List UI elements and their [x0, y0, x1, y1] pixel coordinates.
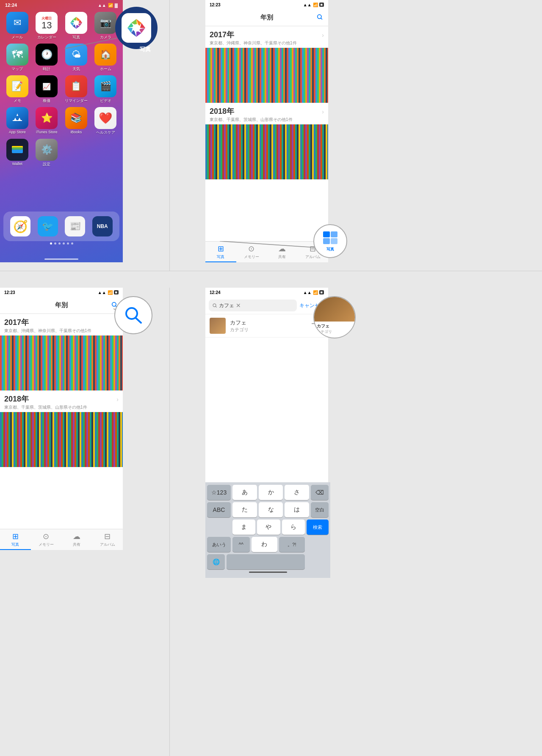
ios-keyboard: ☆123 あ か さ ⌫ ABC た な は 空白 ま や ら 検索 あいう ^…	[205, 482, 330, 578]
page-dots	[0, 242, 123, 245]
kb-key-ha[interactable]: は	[285, 502, 309, 517]
svg-line-11	[321, 18, 322, 19]
kb-key-aiue[interactable]: あいう	[207, 537, 231, 552]
year-section-2017b: 2017年 › 東京都、沖縄県、神奈川県、千葉県その他1件	[0, 314, 123, 335]
kb-key-spacebar[interactable]	[227, 554, 305, 569]
home-indicator	[44, 258, 78, 260]
app-clock[interactable]: 🕐 時計	[34, 44, 60, 72]
dock: 🧭 🐦 📰 NBA	[3, 212, 119, 241]
kb-row-4: あいう ^^ わ 。?!	[207, 537, 329, 552]
kb-key-fn123[interactable]: ☆123	[207, 485, 231, 500]
app-appstore[interactable]: App Store	[4, 107, 30, 135]
result-sub-cafe: カテゴリ	[230, 327, 312, 333]
photos-year-screen: 12:23 ▲▲📶■ 年別 2017年 › 東京都、沖縄県、神奈川県、千葉県その…	[205, 0, 328, 262]
dock-news[interactable]: 📰	[65, 216, 85, 236]
search-button-2[interactable]	[316, 14, 323, 22]
status-bar-1: 12:24 ▲▲ 📶 ▓	[0, 0, 123, 8]
svg-point-8	[133, 24, 140, 32]
kb-key-ma[interactable]: ま	[232, 520, 255, 535]
svg-line-23	[216, 306, 217, 308]
svg-line-16	[220, 241, 315, 247]
result-title-cafe: カフェ	[230, 319, 312, 327]
app-video[interactable]: 🎬 ビデオ	[93, 75, 119, 104]
kb-key-a[interactable]: あ	[232, 485, 257, 500]
kb-key-delete[interactable]: ⌫	[311, 485, 329, 500]
kb-key-hat[interactable]: ^^	[232, 537, 250, 552]
time-1: 12:24	[5, 3, 17, 8]
app-wallet[interactable]: Wallet	[4, 139, 30, 167]
photos-app-circle	[115, 7, 158, 49]
status-bar-3: 12:23 ▲▲📶■	[0, 288, 123, 297]
kb-key-ya[interactable]: や	[257, 520, 280, 535]
tab-photos-3[interactable]: ⊞ 写真	[0, 529, 31, 550]
kb-key-ta[interactable]: た	[232, 502, 257, 517]
search-clear-button[interactable]: ✕	[236, 302, 241, 309]
dock-nba[interactable]: NBA	[92, 216, 113, 236]
kb-key-space-jp[interactable]: 空白	[311, 502, 329, 517]
kb-key-abc[interactable]: ABC	[207, 502, 231, 517]
app-calendar[interactable]: 火曜日 13 カレンダー	[34, 12, 60, 40]
photo-mosaic-2018	[205, 124, 328, 179]
kb-key-ka[interactable]: か	[259, 485, 283, 500]
kb-key-wa[interactable]: わ	[252, 537, 277, 552]
signal-icon: ▲▲	[98, 3, 106, 8]
time-2: 12:23	[210, 3, 221, 7]
kb-key-ra[interactable]: ら	[282, 520, 305, 535]
search-results-list: カフェ カテゴリ 21 ›	[205, 314, 328, 338]
app-notes[interactable]: 📝 メモ	[4, 75, 30, 104]
app-stocks[interactable]: 📈 株価	[34, 75, 60, 104]
app-ibooks[interactable]: 📚 iBooks	[63, 107, 89, 135]
kb-row-3: ま や ら 検索	[207, 520, 329, 535]
photo-mosaic-2017	[205, 48, 328, 103]
tab-memories-3[interactable]: ⊙ メモリー	[31, 529, 62, 550]
search-bar-4: カフェ ✕ キャンセル	[205, 297, 328, 314]
result-info-cafe: カフェ カテゴリ	[230, 319, 312, 333]
battery-icon: ▓	[115, 3, 118, 8]
kb-key-search[interactable]: 検索	[307, 520, 329, 535]
app-mail[interactable]: ✉ メール	[4, 12, 30, 40]
search-input-box[interactable]: カフェ ✕	[209, 300, 297, 311]
nav-bar-2: 年別	[205, 9, 328, 26]
svg-rect-2	[13, 120, 22, 121]
kb-key-sa[interactable]: さ	[285, 485, 309, 500]
nav-title-2: 年別	[260, 14, 273, 22]
tab-bar-3: ⊞ 写真 ⊙ メモリー ☁ 共有 ⊟ アルバム	[0, 529, 123, 550]
year-title-2018: 2018年	[210, 106, 234, 116]
tab-album-3[interactable]: ⊟ アルバム	[92, 529, 123, 550]
svg-rect-6	[12, 147, 23, 150]
app-settings[interactable]: ⚙️ 設定	[34, 139, 60, 167]
year-section-2018: 2018年 › 東京都、千葉県、茨城県、山形県その他1件	[205, 103, 328, 124]
app-reminders[interactable]: 📋 リマインダー	[63, 75, 89, 104]
app-maps[interactable]: 🗺 マップ	[4, 44, 30, 72]
svg-rect-12	[323, 231, 330, 237]
status-bar-2: 12:23 ▲▲📶■	[205, 0, 328, 9]
kb-key-globe[interactable]: 🌐	[207, 554, 225, 569]
svg-rect-14	[323, 238, 330, 244]
app-health[interactable]: ❤️ ヘルスケア	[93, 107, 119, 135]
search-magnifier-circle	[114, 296, 152, 334]
result-thumb-cafe	[210, 318, 226, 334]
nav-title-3: 年別	[55, 301, 68, 309]
svg-line-9	[64, 38, 117, 49]
kb-key-na[interactable]: な	[259, 502, 283, 517]
time-3: 12:23	[4, 290, 15, 295]
year-title-2017: 2017年	[210, 30, 234, 40]
photo-mosaic-2017b	[0, 335, 123, 390]
year-subtitle-2017: 東京都、沖縄県、神奈川県、千葉県その他1件	[210, 40, 324, 46]
nav-bar-3: 年別	[0, 297, 123, 314]
result-item-cafe[interactable]: カフェ カテゴリ 21 ›	[205, 314, 328, 338]
dock-twitter[interactable]: 🐦	[38, 216, 58, 236]
kb-key-punct[interactable]: 。?!	[279, 537, 305, 552]
year-subtitle-2018: 東京都、千葉県、茨城県、山形県その他1件	[210, 117, 324, 123]
cafe-result-circle: カフェ カテゴリ	[313, 296, 356, 338]
kb-row-2: ABC た な は 空白	[207, 502, 329, 517]
tab-shared-3[interactable]: ☁ 共有	[61, 529, 92, 550]
svg-line-20	[136, 318, 141, 323]
keyboard-home-indicator	[249, 572, 287, 573]
app-itunes[interactable]: ⭐ iTunes Store	[34, 107, 60, 135]
svg-point-1	[74, 20, 79, 25]
year-title-2017b: 2017年	[4, 317, 29, 327]
tab-photos-annotation-circle: 写真	[313, 224, 347, 258]
dock-safari[interactable]: 🧭	[10, 216, 30, 236]
wifi-icon: 📶	[108, 3, 113, 8]
